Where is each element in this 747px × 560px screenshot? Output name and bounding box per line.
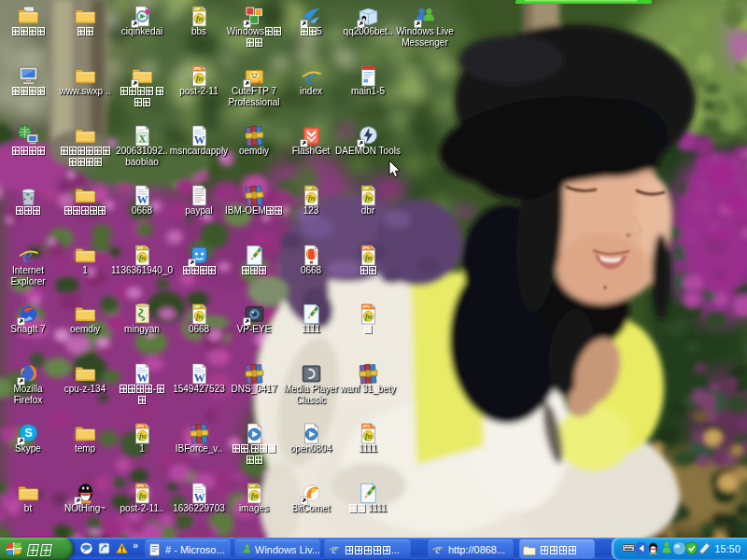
svg-text:fn: fn xyxy=(307,193,315,203)
svg-text:GIF: GIF xyxy=(193,304,200,309)
svg-text:GIF: GIF xyxy=(248,483,255,488)
svg-text:fn: fn xyxy=(195,312,203,321)
svg-text:GIF: GIF xyxy=(136,245,143,250)
svg-text:fn: fn xyxy=(364,193,372,203)
svg-text:JPG: JPG xyxy=(362,424,370,428)
svg-text:fn: fn xyxy=(364,312,372,321)
svg-text:JPG: JPG xyxy=(136,424,144,428)
svg-text:e: e xyxy=(305,64,315,88)
svg-text:JPG: JPG xyxy=(362,245,370,250)
svg-text:GIF: GIF xyxy=(193,7,200,11)
svg-text:GIF: GIF xyxy=(362,186,369,190)
svg-text:S: S xyxy=(24,427,32,440)
svg-text:X: X xyxy=(138,133,146,144)
svg-text:fn: fn xyxy=(364,431,372,441)
svg-text:JPG: JPG xyxy=(136,483,144,488)
svg-text:fn: fn xyxy=(138,253,146,262)
svg-text:e: e xyxy=(22,244,32,267)
svg-text:e: e xyxy=(435,543,441,556)
svg-text:fn: fn xyxy=(250,491,258,500)
svg-text:fn: fn xyxy=(138,491,146,500)
svg-text:GIF: GIF xyxy=(305,186,312,190)
svg-text:JPG: JPG xyxy=(362,304,370,309)
svg-text:JPG: JPG xyxy=(193,66,201,71)
svg-text:fn: fn xyxy=(138,431,146,441)
svg-text:e: e xyxy=(331,543,337,556)
svg-text:fn: fn xyxy=(195,74,203,83)
svg-text:fn: fn xyxy=(364,253,372,262)
svg-text:fn: fn xyxy=(195,14,203,23)
